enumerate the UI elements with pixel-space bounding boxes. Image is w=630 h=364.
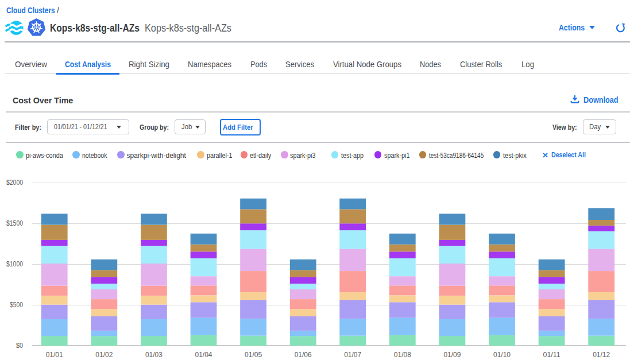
svg-text:01/03: 01/03 — [145, 351, 163, 359]
svg-text:$0: $0 — [16, 342, 23, 350]
svg-text:01/01: 01/01 — [46, 351, 63, 359]
svg-text:01/04: 01/04 — [195, 351, 212, 359]
svg-text:01/07: 01/07 — [344, 351, 361, 359]
svg-text:$1500: $1500 — [6, 219, 23, 227]
svg-text:01/09: 01/09 — [443, 351, 461, 359]
svg-text:01/11: 01/11 — [543, 351, 561, 359]
svg-text:01/05: 01/05 — [245, 351, 262, 359]
svg-text:$500: $500 — [10, 301, 23, 309]
svg-text:01/10: 01/10 — [493, 351, 511, 359]
svg-text:$1000: $1000 — [6, 260, 23, 268]
svg-text:01/06: 01/06 — [295, 351, 312, 359]
svg-text:01/08: 01/08 — [394, 351, 411, 359]
svg-text:$2000: $2000 — [6, 179, 23, 187]
svg-text:01/12: 01/12 — [593, 351, 610, 359]
svg-text:01/02: 01/02 — [95, 351, 113, 359]
